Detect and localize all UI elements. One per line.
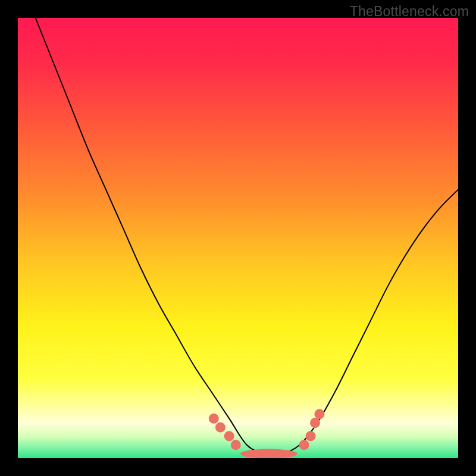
plot-area <box>18 18 458 458</box>
curve-marker <box>306 431 316 441</box>
curve-marker <box>215 422 226 433</box>
watermark-text: TheBottleneck.com <box>350 4 469 20</box>
curve-marker <box>314 409 324 419</box>
curve-marker <box>231 440 241 450</box>
chart-frame: TheBottleneck.com <box>0 0 476 476</box>
curve-marker <box>299 440 309 450</box>
valley-marker <box>240 449 298 458</box>
curve-markers <box>18 18 458 458</box>
curve-marker <box>209 414 219 424</box>
curve-marker <box>310 418 320 428</box>
curve-marker <box>224 431 234 441</box>
